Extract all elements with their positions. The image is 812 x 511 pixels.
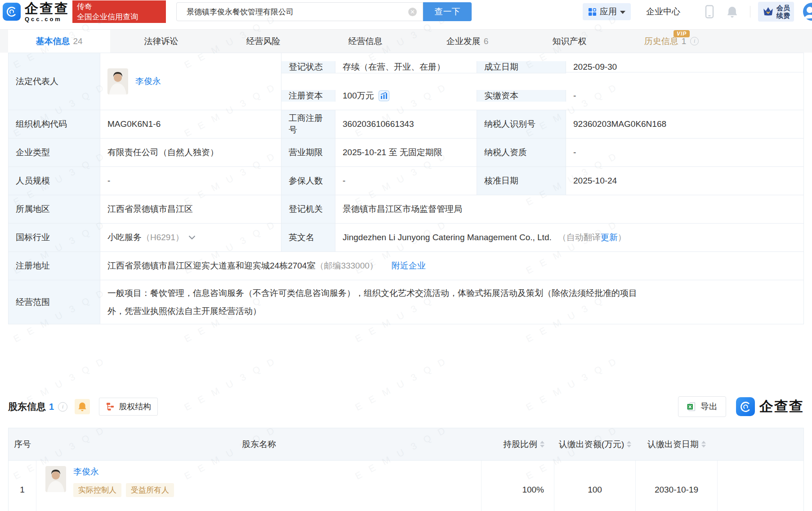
translate-update-link[interactable]: 更新	[601, 232, 618, 243]
basic-info-table: 法定代表人 李俊永 登记状态 存续（在营、开业、在册） 成立日期 2025-09…	[8, 53, 804, 324]
shareholder-no: 1	[9, 461, 36, 511]
shareholders-table-header: 序号 股东名称 持股比例 认缴出资额(万元) 认缴出资日期	[9, 428, 803, 461]
qcc-logo-text[interactable]: 企查查 Qcc.com	[25, 2, 69, 22]
vip-crown-icon	[762, 6, 774, 18]
shareholder-ratio: 100%	[482, 461, 554, 511]
tab-intellectual-property[interactable]: 知识产权	[518, 30, 620, 53]
tag-actual-controller: 实际控制人	[73, 483, 121, 497]
insured-count-label: 参保人数	[281, 167, 335, 195]
column-header-name: 股东名称	[36, 428, 482, 460]
company-type-label: 企业类型	[9, 139, 100, 166]
search-input[interactable]	[176, 2, 423, 21]
tab-company-development[interactable]: 企业发展6	[416, 30, 518, 53]
shareholder-row: 1 李俊永 实际控制人 受益所有人 100% 100 2030-10-19	[9, 461, 803, 511]
shareholder-name-link[interactable]: 李俊永	[73, 467, 99, 476]
business-scope-cell: 一般项目：餐饮管理，信息咨询服务（不含许可类信息咨询服务），组织文化艺术交流活动…	[100, 280, 803, 324]
english-name-value: Jingdezhen Li Junyong Catering Managemen…	[343, 233, 552, 242]
qcc-logo-icon[interactable]	[3, 3, 21, 21]
tab-operation-risk[interactable]: 经营风险	[212, 30, 314, 53]
apps-grid-icon	[588, 8, 597, 16]
reg-capital-cell: 100万元	[335, 90, 477, 102]
promo-badge: 传奇 全国企业信用查询	[72, 0, 166, 23]
approval-date-value: 2025-10-24	[566, 167, 803, 195]
shareholder-filler	[718, 461, 803, 511]
search-bar: ✕	[176, 2, 423, 21]
column-header-amount[interactable]: 认缴出资额(万元)	[554, 428, 636, 460]
org-chart-icon	[106, 402, 115, 411]
vip-badge: VIP	[674, 30, 690, 37]
top-header: 企查查 Qcc.com 传奇 全国企业信用查询 ✕ 查一下 应用 企业中心	[0, 0, 812, 23]
paid-capital-label: 实缴资本	[477, 90, 566, 102]
taxpayer-qual-label: 纳税人资质	[477, 139, 566, 166]
tab-legal-litigation[interactable]: 法律诉讼	[110, 30, 212, 53]
notifications-bell-icon[interactable]	[727, 6, 738, 20]
chevron-down-icon	[620, 11, 625, 14]
tab-business-info[interactable]: 经营信息	[314, 30, 416, 53]
insured-count-value: -	[335, 167, 477, 195]
staff-size-label: 人员规模	[9, 167, 100, 195]
english-name-cell: Jingdezhen Li Junyong Catering Managemen…	[335, 224, 803, 251]
reg-status-label: 登记状态	[281, 61, 335, 73]
subscribe-bell-icon[interactable]	[75, 399, 90, 414]
biz-term-label: 营业期限	[281, 139, 335, 166]
biz-reg-no-label: 工商注册号	[281, 110, 335, 138]
capital-trend-chart-icon[interactable]	[379, 90, 389, 101]
equity-structure-button[interactable]: 股权结构	[99, 398, 158, 416]
info-icon[interactable]: i	[58, 402, 67, 412]
authority-label: 登记机关	[281, 195, 335, 223]
info-icon[interactable]: i	[690, 37, 699, 45]
clear-search-icon[interactable]: ✕	[408, 8, 417, 16]
shareholder-amount: 100	[554, 461, 636, 511]
shareholder-photo[interactable]	[45, 466, 66, 492]
region-label: 所属地区	[9, 195, 100, 223]
address-label: 注册地址	[9, 252, 100, 280]
export-button[interactable]: 导出	[678, 396, 726, 417]
tag-beneficial-owner: 受益所有人	[126, 483, 174, 497]
table-row: 法定代表人 李俊永 登记状态 存续（在营、开业、在册） 成立日期 2025-09…	[9, 53, 803, 110]
sort-icon[interactable]	[627, 441, 631, 448]
legal-rep-label: 法定代表人	[9, 53, 100, 110]
membership-renewal-button[interactable]: 会员 续费	[758, 2, 794, 22]
search-button[interactable]: 查一下	[423, 2, 472, 21]
approval-date-label: 核准日期	[477, 167, 566, 195]
qcc-glyph-icon	[5, 5, 18, 18]
shareholders-table: 序号 股东名称 持股比例 认缴出资额(万元) 认缴出资日期 1	[8, 428, 804, 511]
tab-history-info[interactable]: VIP 历史信息1 i	[620, 30, 723, 53]
region-value: 江西省景德镇市昌江区	[100, 195, 281, 223]
promo-line2: 全国企业信用查询	[77, 12, 161, 22]
table-row: 企业类型 有限责任公司（自然人独资） 营业期限 2025-10-21 至 无固定…	[9, 139, 803, 167]
legal-rep-photo[interactable]	[107, 68, 128, 94]
nearby-companies-link[interactable]: 附近企业	[392, 260, 426, 272]
shareholder-name-cell: 李俊永 实际控制人 受益所有人	[36, 461, 482, 511]
taxpayer-id-value: 92360203MAG0K6N168	[566, 110, 803, 138]
enterprise-center-link[interactable]: 企业中心	[646, 0, 680, 23]
table-row: 注册地址 江西省景德镇市昌江区迎宾大道嘉和迎宾城24栋2704室 （邮编3330…	[9, 252, 803, 280]
apps-menu-button[interactable]: 应用	[583, 3, 631, 20]
address-cell: 江西省景德镇市昌江区迎宾大道嘉和迎宾城24栋2704室 （邮编333000） 附…	[100, 252, 803, 280]
reg-status-value: 存续（在营、开业、在册）	[335, 61, 477, 73]
shareholders-count: 1	[49, 402, 54, 412]
industry-cell: 小吃服务 （H6291）	[100, 224, 281, 251]
industry-expand-chevron-icon[interactable]	[188, 235, 196, 240]
tab-basic-info[interactable]: 基本信息24	[8, 30, 110, 53]
customer-service-icon[interactable]	[803, 3, 812, 21]
promo-line1: 传奇	[77, 1, 161, 12]
sort-icon[interactable]	[540, 441, 544, 448]
sort-icon[interactable]	[701, 441, 706, 448]
brand-name: 企查查	[25, 2, 69, 15]
column-header-date[interactable]: 认缴出资日期	[636, 428, 718, 460]
mobile-app-icon[interactable]	[705, 5, 714, 20]
authority-value: 景德镇市昌江区市场监督管理局	[335, 195, 803, 223]
column-header-ratio[interactable]: 持股比例	[482, 428, 554, 460]
membership-label: 会员 续费	[776, 4, 790, 19]
est-date-label: 成立日期	[477, 61, 566, 73]
table-row: 经营范围 一般项目：餐饮管理，信息咨询服务（不含许可类信息咨询服务），组织文化艺…	[9, 280, 803, 324]
qcc-logo-text: 企查查	[759, 397, 804, 416]
business-scope-label: 经营范围	[9, 280, 100, 324]
column-header-no: 序号	[9, 428, 36, 460]
legal-rep-name-link[interactable]: 李俊永	[135, 76, 161, 87]
address-zip: （邮编333000）	[315, 260, 378, 272]
table-row: 所属地区 江西省景德镇市昌江区 登记机关 景德镇市昌江区市场监督管理局	[9, 195, 803, 224]
english-name-label: 英文名	[281, 224, 335, 251]
industry-value: 小吃服务	[107, 232, 142, 243]
